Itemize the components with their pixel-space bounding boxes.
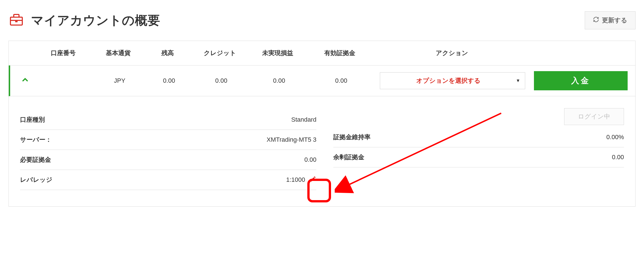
table-header-row: 口座番号 基本通貨 残高 クレジット 未実現損益 有効証拠金 アクション: [9, 41, 635, 65]
margin-level-label: 証拠金維持率: [333, 133, 371, 141]
svg-rect-0: [10, 17, 22, 25]
cell-unrealized: 0.00: [249, 77, 309, 84]
chevron-up-icon[interactable]: [21, 76, 29, 85]
leverage-value: 1:1000: [286, 176, 305, 183]
th-unrealized: 未実現損益: [248, 49, 307, 57]
server-value: XMTrading-MT5 3: [267, 136, 316, 143]
detail-margin-required: 必要証拠金 0.00: [20, 150, 316, 170]
detail-free-margin: 余剰証拠金 0.00: [333, 147, 624, 167]
free-margin-value: 0.00: [612, 154, 624, 161]
account-type-value: Standard: [291, 116, 316, 123]
page-header: マイアカウントの概要 更新する: [8, 11, 636, 29]
login-status-button: ログイン中: [564, 108, 624, 125]
detail-account-type: 口座種別 Standard: [20, 110, 316, 130]
refresh-label: 更新する: [602, 16, 627, 25]
th-action: アクション: [372, 49, 531, 57]
margin-req-label: 必要証拠金: [20, 156, 51, 164]
th-account: 口座番号: [34, 49, 93, 57]
th-balance: 残高: [144, 49, 192, 57]
margin-level-value: 0.00%: [606, 134, 624, 141]
account-type-label: 口座種別: [20, 115, 45, 124]
leverage-label: レバレッジ: [20, 176, 52, 184]
cell-balance: 0.00: [145, 77, 193, 84]
th-currency: 基本通貨: [93, 49, 144, 57]
detail-leverage: レバレッジ 1:1000: [20, 170, 316, 190]
page-title: マイアカウントの概要: [31, 12, 160, 29]
cell-equity: 0.00: [309, 77, 374, 84]
caret-down-icon: ▼: [516, 78, 520, 83]
accounts-panel: 口座番号 基本通貨 残高 クレジット 未実現損益 有効証拠金 アクション JPY…: [8, 41, 636, 207]
detail-server: サーバー： XMTrading-MT5 3: [20, 130, 316, 150]
cell-currency: JPY: [94, 77, 145, 84]
briefcase-icon: [8, 12, 24, 29]
table-row: JPY 0.00 0.00 0.00 0.00 オプションを選択する ▼ 入金: [9, 65, 635, 96]
deposit-button[interactable]: 入金: [534, 71, 628, 90]
free-margin-label: 余剰証拠金: [333, 153, 364, 161]
action-select-label: オプションを選択する: [416, 76, 481, 85]
cell-credit: 0.00: [193, 77, 249, 84]
refresh-button[interactable]: 更新する: [585, 11, 636, 29]
refresh-icon: [593, 16, 599, 24]
edit-icon[interactable]: [310, 176, 316, 184]
detail-margin-level: 証拠金維持率 0.00%: [333, 127, 624, 147]
action-select[interactable]: オプションを選択する ▼: [380, 72, 525, 89]
server-label: サーバー：: [20, 135, 52, 144]
th-equity: 有効証拠金: [307, 49, 372, 57]
margin-req-value: 0.00: [304, 156, 316, 163]
account-details: 口座種別 Standard サーバー： XMTrading-MT5 3 必要証拠…: [9, 96, 635, 206]
th-credit: クレジット: [192, 49, 248, 57]
